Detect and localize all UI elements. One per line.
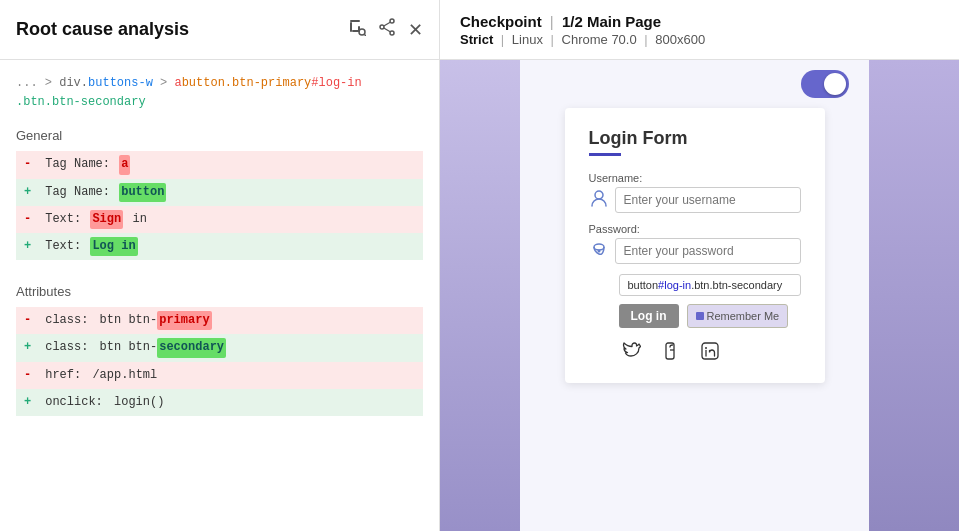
diff-row: + Text: Log in [16,233,423,260]
toggle-switch[interactable] [801,70,849,98]
header-right: Checkpoint | 1/2 Main Page Strict | Linu… [440,0,959,59]
svg-line-10 [384,28,390,32]
password-input[interactable] [615,238,801,264]
password-label: Password: [589,223,801,235]
password-row [589,238,801,264]
action-buttons-row: Log in Remember Me [619,304,801,328]
login-button[interactable]: Log in [619,304,679,328]
login-form-card: Login Form Username: Password: [565,108,825,383]
diff-row: + class: btn btn-secondary [16,334,423,361]
username-group: Username: [589,172,801,213]
attributes-section-title: Attributes [16,284,423,299]
general-diff-rows: - Tag Name: a + Tag Name: button - Text:… [16,151,423,260]
username-label: Username: [589,172,801,184]
strict-label: Strict [460,32,493,47]
remember-checkbox [696,312,704,320]
password-group: Password: [589,223,801,264]
svg-point-4 [359,29,365,35]
remember-label: Remember Me [707,310,780,322]
cursor-icon[interactable] [348,18,366,41]
lock-icon [589,239,609,264]
attributes-section: Attributes - class: btn btn-primary + cl… [16,284,423,436]
close-icon[interactable]: ✕ [408,19,423,41]
login-title-underline [589,153,621,156]
page-title: Root cause analysis [16,19,348,40]
linkedin-icon[interactable] [699,340,721,367]
svg-rect-0 [350,20,360,22]
checkpoint-sub: Strict | Linux | Chrome 70.0 | 800x600 [460,32,939,47]
diff-row: + onclick: login() [16,389,423,416]
social-icons-row [619,340,801,367]
svg-point-13 [597,249,600,252]
checkpoint-title: Checkpoint | 1/2 Main Page [460,13,939,30]
svg-point-12 [594,244,604,250]
login-form-title: Login Form [589,128,801,149]
right-panel: Login Form Username: Password: [440,60,959,531]
tooltip-suggestion: button#log-in.btn.btn-secondary [619,274,801,296]
general-section-title: General [16,128,423,143]
svg-point-6 [390,19,394,23]
diff-row: - Text: Sign in [16,206,423,233]
twitter-icon[interactable] [619,340,641,367]
svg-line-5 [365,35,367,37]
attributes-diff-rows: - class: btn btn-primary + class: btn bt… [16,307,423,416]
header: Root cause analysis ✕ Checkpoint | 1/2 M… [0,0,959,60]
svg-point-11 [595,191,603,199]
toggle-knob [824,73,846,95]
center-content: Login Form Username: Password: [520,60,869,531]
facebook-icon[interactable] [659,340,681,367]
toggle-area [530,70,859,98]
diff-row: - Tag Name: a [16,151,423,178]
header-left: Root cause analysis ✕ [0,0,440,59]
checkpoint-label: Checkpoint [460,13,542,30]
svg-rect-1 [350,22,352,32]
diff-row: - href: /app.html [16,362,423,389]
browser-label: Chrome 70.0 [562,32,637,47]
svg-line-9 [384,22,390,26]
diff-row: + Tag Name: button [16,179,423,206]
left-purple-strip [440,60,520,531]
checkpoint-detail: 1/2 Main Page [562,13,661,30]
username-row [589,187,801,213]
left-panel: ... > div.buttons-w > abutton.btn-primar… [0,60,440,531]
right-purple-strip [869,60,959,531]
resolution-label: 800x600 [655,32,705,47]
os-label: Linux [512,32,543,47]
remember-me-button[interactable]: Remember Me [687,304,789,328]
svg-point-7 [390,31,394,35]
svg-point-8 [380,25,384,29]
header-icons: ✕ [348,18,423,41]
user-icon [589,188,609,213]
main-content: ... > div.buttons-w > abutton.btn-primar… [0,60,959,531]
share-icon[interactable] [378,18,396,41]
diff-row: - class: btn btn-primary [16,307,423,334]
svg-point-16 [705,347,707,349]
breadcrumb: ... > div.buttons-w > abutton.btn-primar… [16,74,423,112]
username-input[interactable] [615,187,801,213]
